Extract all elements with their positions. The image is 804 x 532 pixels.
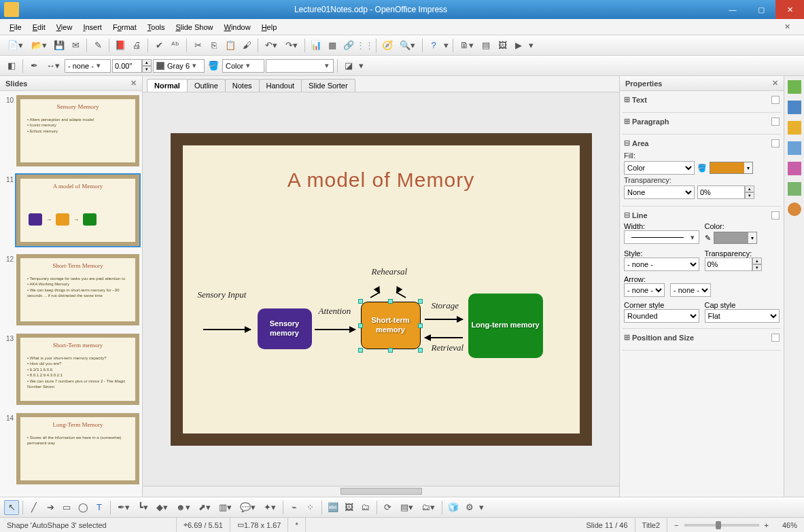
document-close-icon[interactable]: ✕ (779, 20, 796, 33)
shadow-button[interactable]: ◪ (341, 58, 356, 73)
edit-button[interactable]: ✎ (90, 38, 105, 53)
slide-thumb-10[interactable]: 10Sensory Memory• Alters perception and … (3, 95, 139, 166)
zoom-control[interactable]: − + (667, 518, 775, 532)
slide-thumb-11[interactable]: 11A model of Memory→→ (3, 175, 139, 246)
fill-mode-select[interactable]: Color (624, 161, 695, 175)
fill-bucket-icon[interactable]: 🪣 (697, 164, 707, 173)
sidebar-properties-icon[interactable] (788, 80, 801, 94)
arrow-left-select[interactable]: - none - (624, 283, 665, 297)
align-tool[interactable]: ▤▾ (397, 500, 417, 515)
fontwork-tool[interactable]: 🔤 (326, 500, 340, 515)
text-tool[interactable]: T (92, 500, 107, 515)
curve-tool[interactable]: ✒▾ (114, 500, 133, 515)
cut-button[interactable]: ✂ (190, 38, 205, 53)
rotate-tool[interactable]: ⟳ (381, 500, 396, 515)
sidebar-navigator-icon[interactable] (788, 202, 801, 216)
interaction-tool[interactable]: ⚙ (462, 500, 477, 515)
glue-tool[interactable]: ⁘ (303, 500, 318, 515)
text-popout-icon[interactable] (771, 96, 780, 104)
connector-tool[interactable]: ┗▾ (135, 500, 152, 515)
print-button[interactable]: 🖨 (129, 38, 144, 53)
section-area-header[interactable]: ⊟Area (624, 137, 780, 150)
chart-button[interactable]: 📊 (309, 38, 324, 53)
ellipse-tool[interactable]: ◯ (75, 500, 90, 515)
arrange-button[interactable]: ◧ (4, 58, 19, 73)
from-file-tool[interactable]: 🖼 (342, 500, 357, 515)
block-arrows-tool[interactable]: ⬈▾ (195, 500, 214, 515)
hyperlink-button[interactable]: 🔗 (341, 38, 356, 53)
menu-help[interactable]: Help (256, 21, 283, 33)
corner-select[interactable]: Rounded (624, 309, 699, 323)
arrow-input[interactable] (203, 329, 251, 330)
arrow-rehearsal-1[interactable] (370, 291, 380, 298)
fillcolor-combo[interactable]: ▾ (266, 59, 334, 73)
sidebar-gallery-icon[interactable] (788, 182, 801, 196)
fill-color-button[interactable]: ▾ (710, 162, 753, 174)
menu-edit[interactable]: Edit (27, 21, 51, 33)
undo-button[interactable]: ↶▾ (262, 38, 281, 53)
section-position-size[interactable]: ⊞Position and Size (624, 332, 780, 344)
properties-close-icon[interactable]: ✕ (772, 79, 778, 88)
box-sensory-memory[interactable]: Sensory memory (258, 308, 312, 349)
zoom-slider[interactable] (684, 524, 759, 527)
menu-tools[interactable]: Tools (142, 21, 171, 33)
zoom-button[interactable]: 🔍▾ (396, 38, 419, 53)
basic-shapes-tool[interactable]: ◆▾ (153, 500, 171, 515)
menu-window[interactable]: Window (219, 21, 256, 33)
tab-notes[interactable]: Notes (225, 79, 260, 92)
arrange-tool[interactable]: 🗂▾ (418, 500, 438, 515)
sidebar-animation-icon[interactable] (788, 121, 801, 135)
gallery-tool[interactable]: 🗂 (358, 500, 373, 515)
sidebar-styles-icon[interactable] (788, 162, 801, 175)
linestyle-combo[interactable]: - none -▾ (65, 59, 111, 73)
select-tool[interactable]: ↖ (4, 500, 19, 515)
presentation-button[interactable]: ▶ (511, 38, 526, 53)
linewidth-input[interactable] (112, 59, 142, 73)
horizontal-scrollbar[interactable] (143, 486, 619, 497)
paragraph-popout-icon[interactable] (771, 118, 780, 126)
line-popout-icon[interactable] (771, 211, 780, 219)
paste-button[interactable]: 📋 (223, 38, 238, 53)
slides-panel-close-icon[interactable]: ✕ (130, 79, 137, 88)
maximize-button[interactable]: ▢ (747, 0, 775, 19)
zoom-out-icon[interactable]: − (674, 521, 678, 529)
fill-bucket-icon[interactable]: 🪣 (206, 58, 221, 73)
show-grid-button[interactable]: ⋮⋮ (357, 38, 372, 53)
slide-button[interactable]: 🗎▾ (457, 38, 477, 53)
sidebar-transition-icon[interactable] (788, 141, 801, 155)
menu-format[interactable]: Format (107, 21, 142, 33)
arrow-right-select[interactable]: - none - (670, 283, 711, 297)
pdf-export-button[interactable]: 📕 (113, 38, 128, 53)
highlighter-icon[interactable]: ✒ (27, 58, 41, 73)
slide-design-button[interactable]: 🖼 (495, 38, 510, 53)
slide-thumb-13[interactable]: 13Short-Term memory• What is your short-… (3, 334, 139, 405)
arrow-tool[interactable]: ➔ (43, 500, 58, 515)
line-color-button[interactable]: ▾ (714, 232, 757, 244)
zoom-in-icon[interactable]: + (765, 521, 769, 529)
save-button[interactable]: 💾 (52, 38, 67, 53)
callout-tool[interactable]: 💬▾ (237, 500, 259, 515)
tab-outline[interactable]: Outline (187, 79, 226, 92)
flowchart-tool[interactable]: ▥▾ (215, 500, 235, 515)
extrusion-tool[interactable]: 🧊 (446, 500, 461, 515)
menu-slideshow[interactable]: Slide Show (170, 21, 218, 33)
tab-normal[interactable]: Normal (147, 79, 188, 92)
help-button[interactable]: ? (426, 38, 441, 53)
box-short-term-memory[interactable]: Short-term memory (361, 302, 421, 349)
section-paragraph[interactable]: ⊞Paragraph (624, 116, 780, 128)
slides-thumbnails[interactable]: 10Sensory Memory• Alters perception and … (0, 91, 142, 497)
navigator-button[interactable]: 🧭 (380, 38, 395, 53)
spellcheck-button[interactable]: ✔ (152, 38, 167, 53)
area-transparency-spinner[interactable]: ▴▾ (697, 185, 754, 199)
copy-button[interactable]: ⎘ (207, 38, 222, 53)
points-tool[interactable]: ⌁ (287, 500, 302, 515)
autospell-button[interactable]: ᴬᵇ (168, 38, 183, 53)
menu-insert[interactable]: Insert (77, 21, 107, 33)
zoom-value[interactable]: 46% (775, 518, 804, 532)
cap-select[interactable]: Flat (705, 309, 780, 323)
email-button[interactable]: ✉ (68, 38, 83, 53)
line-width-combo[interactable]: ▾ (624, 230, 699, 244)
open-button[interactable]: 📂▾ (28, 38, 50, 53)
menu-file[interactable]: File (4, 21, 27, 33)
rectangle-tool[interactable]: ▭ (59, 500, 74, 515)
